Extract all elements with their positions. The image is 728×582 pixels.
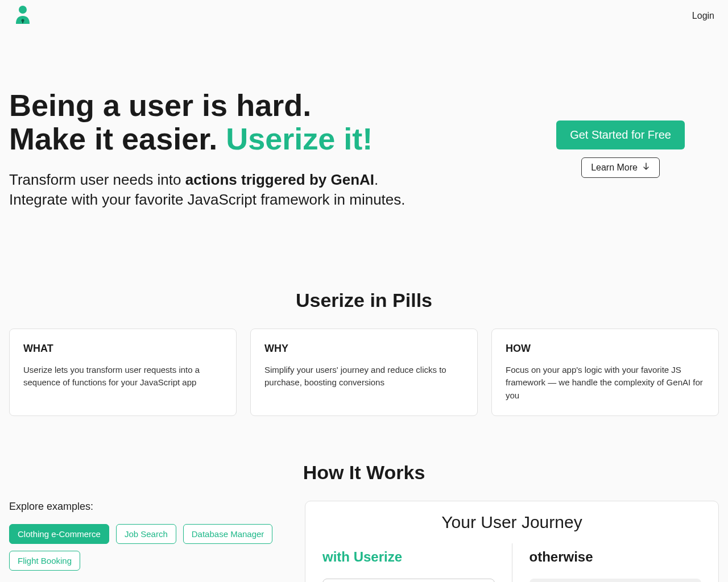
- person-icon: [14, 5, 32, 25]
- logo[interactable]: [14, 5, 32, 27]
- pill-card: WHY Simplify your users' journey and red…: [250, 329, 478, 417]
- pill-heading: WHAT: [23, 343, 222, 355]
- journey-divider: [512, 543, 512, 582]
- pill-body: Userize lets you transform user requests…: [23, 364, 222, 389]
- svg-rect-2: [22, 20, 23, 23]
- pill-card: HOW Focus on your app's logic with your …: [491, 329, 719, 417]
- pill-heading: WHY: [264, 343, 464, 355]
- hero-sub1c: .: [374, 171, 378, 188]
- journey-title: Your User Journey: [322, 513, 701, 532]
- pill-body: Focus on your app's logic with your favo…: [506, 364, 705, 402]
- hero-sub1a: Transform user needs into: [9, 171, 185, 188]
- get-started-button[interactable]: Get Started for Free: [556, 120, 685, 149]
- login-link[interactable]: Login: [692, 11, 714, 21]
- journey-panel: Your User Journey with Userize What are …: [305, 501, 719, 582]
- example-tags: Clothing e-Commerce Job Search Database …: [9, 524, 282, 571]
- pill-body: Simplify your users' journey and reduce …: [264, 364, 464, 389]
- hero-line2a: Make it easier.: [9, 122, 226, 156]
- learn-more-label: Learn More: [591, 163, 638, 173]
- svg-point-0: [19, 6, 27, 14]
- pills-title: Userize in Pills: [0, 289, 728, 311]
- hero-sub1b: actions triggered by GenAI: [185, 171, 374, 188]
- pills-row: WHAT Userize lets you transform user req…: [0, 329, 728, 417]
- tag-flight-booking[interactable]: Flight Booking: [9, 551, 80, 571]
- hero-brand: Userize it!: [226, 122, 373, 156]
- hero-sub2: Integrate with your favorite JavaScript …: [9, 191, 406, 208]
- explore-label: Explore examples:: [9, 501, 282, 513]
- howitworks-title: How It Works: [0, 462, 728, 484]
- otherwise-label: otherwise: [530, 549, 702, 565]
- hero-line1: Being a user is hard.: [9, 88, 311, 122]
- with-userize-label: with Userize: [322, 549, 495, 565]
- tag-database-manager[interactable]: Database Manager: [183, 524, 273, 544]
- learn-more-button[interactable]: Learn More: [581, 157, 660, 178]
- arrow-down-icon: [642, 163, 650, 173]
- hero-headline: Being a user is hard. Make it easier. Us…: [9, 89, 406, 156]
- otherwise-search-input[interactable]: Search: [530, 579, 702, 582]
- pill-heading: HOW: [506, 343, 705, 355]
- tag-job-search[interactable]: Job Search: [116, 524, 176, 544]
- pill-card: WHAT Userize lets you transform user req…: [9, 329, 237, 417]
- hero-sub: Transform user needs into actions trigge…: [9, 170, 406, 210]
- with-userize-input[interactable]: What are you looking for?: [322, 579, 495, 582]
- tag-clothing-ecommerce[interactable]: Clothing e-Commerce: [9, 524, 109, 544]
